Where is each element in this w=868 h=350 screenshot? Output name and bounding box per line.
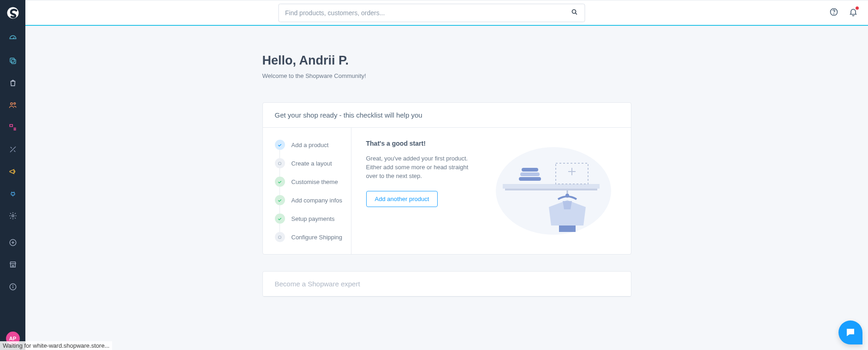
checklist: Add a product Create a layout xyxy=(263,128,351,254)
svg-point-36 xyxy=(565,194,569,197)
svg-point-23 xyxy=(834,13,834,14)
svg-point-13 xyxy=(12,215,14,217)
shelf-illustration-icon xyxy=(493,145,613,237)
checklist-item-create-layout[interactable]: Create a layout xyxy=(275,158,346,168)
nav-orders[interactable] xyxy=(0,77,25,89)
tools-icon xyxy=(9,145,17,154)
plus-circle-icon xyxy=(9,238,17,247)
gauge-icon xyxy=(9,35,17,43)
check-icon xyxy=(275,177,285,187)
checklist-item-configure-shipping[interactable]: Configure Shipping xyxy=(275,232,346,242)
page-subtitle: Welcome to the Shopware Community! xyxy=(262,72,631,79)
copy-icon xyxy=(9,57,17,65)
svg-line-21 xyxy=(575,13,577,14)
notification-dot xyxy=(856,6,859,10)
store-icon xyxy=(9,261,17,269)
gear-icon xyxy=(9,212,17,220)
browser-status: Waiting for white-ward.shopware.store... xyxy=(0,341,112,350)
checklist-item-label: Customise theme xyxy=(291,178,338,185)
layout-icon xyxy=(9,123,17,131)
add-another-product-button[interactable]: Add another product xyxy=(366,191,438,207)
checklist-item-label: Add company infos xyxy=(291,197,343,204)
svg-point-24 xyxy=(279,162,281,165)
checklist-item-company-info[interactable]: Add company infos xyxy=(275,195,346,205)
nav-storefront[interactable] xyxy=(0,258,25,271)
nav-marketing[interactable] xyxy=(0,165,25,178)
svg-point-25 xyxy=(279,236,281,238)
help-circle-icon xyxy=(829,7,838,17)
help-button[interactable] xyxy=(829,7,838,18)
brand-logo[interactable] xyxy=(7,0,19,26)
svg-rect-37 xyxy=(559,225,576,232)
svg-point-20 xyxy=(572,10,576,13)
global-search[interactable] xyxy=(278,4,585,22)
svg-point-4 xyxy=(13,102,15,104)
search-icon[interactable] xyxy=(571,8,578,18)
svg-rect-31 xyxy=(522,168,538,172)
checklist-item-setup-payments[interactable]: Setup payments xyxy=(275,214,346,224)
detail-description: Great, you've added your first product. … xyxy=(366,154,482,181)
nav-content[interactable] xyxy=(0,121,25,134)
checklist-item-label: Add a product xyxy=(291,142,329,148)
nav-catalogues[interactable] xyxy=(0,54,25,67)
checklist-detail: That's a good start! Great, you've added… xyxy=(351,128,631,254)
svg-rect-29 xyxy=(519,177,541,181)
svg-rect-28 xyxy=(505,189,597,190)
svg-rect-1 xyxy=(12,59,16,64)
nav-tools[interactable] xyxy=(0,143,25,156)
svg-rect-27 xyxy=(503,184,600,189)
check-icon xyxy=(275,195,285,205)
expert-card: Become a Shopware expert xyxy=(262,271,631,297)
checklist-item-label: Create a layout xyxy=(291,160,332,167)
svg-rect-2 xyxy=(10,58,14,62)
bag-icon xyxy=(9,79,17,87)
svg-point-19 xyxy=(12,285,13,286)
checklist-item-label: Setup payments xyxy=(291,215,335,222)
svg-rect-9 xyxy=(11,193,15,195)
circle-icon xyxy=(275,158,285,168)
sidebar: AP xyxy=(0,0,25,350)
expert-card-title: Become a Shopware expert xyxy=(263,272,631,297)
page-title: Hello, Andrii P. xyxy=(262,53,631,68)
check-icon xyxy=(275,140,285,150)
nav-info[interactable] xyxy=(0,280,25,293)
nav-customers[interactable] xyxy=(0,99,25,112)
plug-icon xyxy=(9,190,17,198)
nav-add[interactable] xyxy=(0,236,25,249)
svg-rect-30 xyxy=(520,172,540,176)
circle-icon xyxy=(275,232,285,242)
checklist-title: Get your shop ready - this checklist wil… xyxy=(263,103,631,128)
users-icon xyxy=(9,101,17,109)
nav-dashboard[interactable] xyxy=(0,32,25,45)
chat-fab[interactable] xyxy=(838,320,862,344)
shopware-logo-icon xyxy=(7,7,19,19)
chat-icon xyxy=(845,327,856,338)
svg-point-3 xyxy=(10,103,12,105)
checklist-item-add-product[interactable]: Add a product xyxy=(275,140,346,150)
search-input[interactable] xyxy=(285,9,571,17)
checklist-item-label: Configure Shipping xyxy=(291,234,343,241)
notifications-button[interactable] xyxy=(849,7,858,18)
megaphone-icon xyxy=(9,167,17,176)
topbar xyxy=(25,0,868,26)
detail-title: That's a good start! xyxy=(366,140,482,147)
nav-extensions[interactable] xyxy=(0,187,25,200)
nav-settings[interactable] xyxy=(0,209,25,222)
checklist-card: Get your shop ready - this checklist wil… xyxy=(262,102,631,255)
illustration xyxy=(491,140,616,242)
checklist-item-customise-theme[interactable]: Customise theme xyxy=(275,177,346,187)
info-circle-icon xyxy=(9,283,17,291)
svg-rect-5 xyxy=(10,125,12,127)
check-icon xyxy=(275,214,285,224)
